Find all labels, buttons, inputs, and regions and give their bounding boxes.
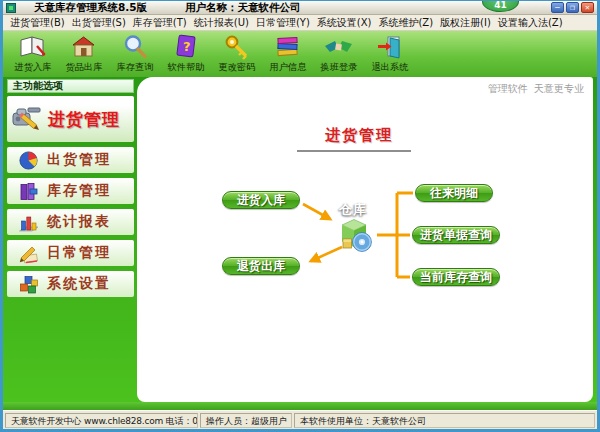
sidebar-filler — [7, 297, 134, 402]
toolbar-label: 退出系统 — [371, 61, 408, 74]
sidebar-item-statistics-reports[interactable]: 统计报表 — [7, 209, 134, 235]
toolbar-label: 软件帮助 — [167, 61, 204, 74]
toolbar: 进货入库 货品出库 库存查询 ? 软件帮助 — [3, 31, 597, 77]
menu-purchase[interactable]: 进货管理(B) — [10, 16, 65, 30]
sidebar-item-label: 日常管理 — [47, 244, 111, 262]
body-area: 主功能选项 进货管理 — [3, 77, 597, 402]
minimize-button[interactable]: — — [551, 2, 564, 13]
books-icon — [18, 181, 39, 202]
session-badge: 41 — [482, 0, 519, 12]
toolbar-label: 用户信息 — [269, 61, 306, 74]
toolbar-button-user-info[interactable]: 用户信息 — [264, 33, 311, 74]
pie-chart-icon — [18, 150, 39, 171]
menu-reports[interactable]: 统计报表(U) — [194, 16, 249, 30]
handshake-icon — [324, 33, 353, 60]
status-licensee: 本软件使用单位：天意软件公司 — [294, 413, 595, 428]
diagram-button-transaction-details[interactable]: 往来明细 — [415, 184, 493, 202]
sidebar-item-shipment-management[interactable]: 出货管理 — [7, 147, 134, 173]
sidebar-item-system-settings[interactable]: 系统设置 — [7, 271, 134, 297]
status-operator: 操作人员：超级用户 — [200, 413, 292, 428]
carton-house-icon — [69, 33, 98, 60]
sidebar-item-label: 库存管理 — [47, 182, 111, 200]
toolbar-button-exit[interactable]: 退出系统 — [366, 33, 413, 74]
diagram-button-purchase-receipt-query[interactable]: 进货单据查询 — [412, 226, 500, 244]
window-controls: — ❐ ✕ — [551, 2, 594, 13]
bottom-green-strip — [3, 402, 597, 410]
menu-maintenance[interactable]: 系统维护(Z) — [378, 16, 433, 30]
diagram-button-purchase-in[interactable]: 进货入库 — [222, 191, 300, 209]
user-name-label: 用户名称：天意软件公司 — [185, 1, 301, 15]
toolbar-label: 库存查询 — [116, 61, 153, 74]
toolbar-label: 货品出库 — [65, 61, 102, 74]
bar-chart-icon — [18, 212, 39, 233]
toolbar-label: 进货入库 — [14, 61, 51, 74]
open-book-icon — [18, 33, 47, 60]
sidebar-item-label: 统计报表 — [47, 213, 111, 231]
exit-door-icon — [375, 33, 404, 60]
app-window: 天意库存管理系统8.5版 用户名称：天意软件公司 41 — ❐ ✕ 进货管理(B… — [0, 0, 600, 432]
app-icon — [6, 3, 16, 13]
help-book-icon: ? — [171, 33, 200, 60]
toolbar-button-purchase-in[interactable]: 进货入库 — [9, 33, 56, 74]
toolbar-label: 换班登录 — [320, 61, 357, 74]
sidebar: 主功能选项 进货管理 — [3, 77, 137, 402]
menu-register[interactable]: 版权注册(I) — [440, 16, 491, 30]
sidebar-item-inventory-management[interactable]: 库存管理 — [7, 178, 134, 204]
sidebar-item-label: 出货管理 — [47, 151, 111, 169]
menu-input-method[interactable]: 设置输入法(Z) — [498, 16, 563, 30]
toolbar-button-goods-out[interactable]: 货品出库 — [60, 33, 107, 74]
diagram-button-current-stock-query[interactable]: 当前库存查询 — [412, 268, 500, 286]
blocks-icon — [18, 274, 39, 295]
diagram-button-return-out[interactable]: 退货出库 — [222, 257, 300, 275]
magnifier-icon — [120, 33, 149, 60]
maximize-button[interactable]: ❐ — [566, 2, 579, 13]
menu-inventory[interactable]: 库存管理(T) — [133, 16, 187, 30]
menu-settings[interactable]: 系统设置(X) — [317, 16, 372, 30]
sidebar-item-label: 进货管理 — [48, 108, 120, 131]
toolbar-label: 更改密码 — [218, 61, 255, 74]
menu-shipment[interactable]: 出货管理(S) — [72, 16, 126, 30]
window-title: 天意库存管理系统8.5版 — [34, 1, 147, 15]
warehouse-icon — [334, 214, 374, 254]
status-developer-info: 天意软件开发中心 www.chle828.com 电话：0635-7987985… — [5, 413, 198, 428]
key-icon — [222, 33, 251, 60]
sidebar-item-daily-management[interactable]: 日常管理 — [7, 240, 134, 266]
toolbar-button-change-password[interactable]: 更改密码 — [213, 33, 260, 74]
status-bar: 天意软件开发中心 www.chle828.com 电话：0635-7987985… — [3, 410, 597, 429]
title-bar: 天意库存管理系统8.5版 用户名称：天意软件公司 41 — ❐ ✕ — [3, 1, 597, 15]
menu-bar: 进货管理(B) 出货管理(S) 库存管理(T) 统计报表(U) 日常管理(Y) … — [3, 15, 597, 31]
toolbar-button-stock-query[interactable]: 库存查询 — [111, 33, 158, 74]
svg-text:?: ? — [183, 39, 191, 54]
tools-icon — [8, 100, 46, 138]
sidebar-item-label: 系统设置 — [47, 275, 111, 293]
pencil-notes-icon — [18, 243, 39, 264]
toolbar-button-shift-login[interactable]: 换班登录 — [315, 33, 362, 74]
toolbar-button-help[interactable]: ? 软件帮助 — [162, 33, 209, 74]
main-content: 管理软件 天意更专业 进货管理 进货入库 退货出库 仓库 — [137, 77, 593, 402]
sidebar-item-purchase-management[interactable]: 进货管理 — [7, 96, 134, 142]
sidebar-header: 主功能选项 — [7, 79, 134, 93]
menu-daily[interactable]: 日常管理(Y) — [256, 16, 310, 30]
books-stack-icon — [273, 33, 302, 60]
close-button[interactable]: ✕ — [581, 2, 594, 13]
